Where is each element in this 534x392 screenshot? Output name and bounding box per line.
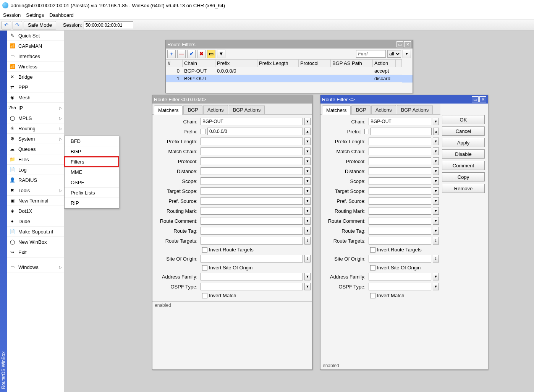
dropdown-icon[interactable]: ▼ — [304, 167, 311, 175]
minimize-icon[interactable]: ▭ — [396, 41, 403, 47]
dropdown-icon[interactable]: ▼ — [304, 147, 311, 155]
sidebar-item-dude[interactable]: ●Dude — [7, 216, 64, 227]
submenu-item-bgp[interactable]: BGP — [65, 146, 119, 157]
sidebar-item-new-winbox[interactable]: ◯New WinBox — [7, 237, 64, 247]
filter-dropdown-icon[interactable]: ▼ — [403, 50, 411, 58]
sidebar-item-quick-set[interactable]: ✎Quick Set — [7, 31, 64, 41]
pref-source-input[interactable] — [201, 197, 303, 205]
route-comment-input[interactable] — [201, 217, 303, 225]
dropdown-icon[interactable]: ▼ — [433, 138, 439, 145]
column-header[interactable]: Chain — [183, 59, 215, 67]
ok-button[interactable]: OK — [442, 115, 485, 124]
add-button[interactable]: ＋ — [167, 50, 176, 58]
dropdown-icon[interactable]: ▲ — [433, 128, 439, 135]
column-header[interactable]: # — [166, 59, 183, 67]
prefix-length-input[interactable] — [369, 138, 431, 145]
pref-source-input[interactable] — [369, 197, 431, 205]
comment-button[interactable]: ▭ — [207, 50, 215, 58]
find-input[interactable] — [356, 50, 386, 58]
disable-button[interactable]: Disable — [442, 149, 485, 159]
target-scope-input[interactable] — [201, 187, 303, 195]
sidebar-item-dot1x[interactable]: ◈Dot1X — [7, 206, 64, 216]
session-input[interactable] — [84, 21, 133, 29]
close-icon[interactable]: ✕ — [479, 96, 486, 102]
dropdown-icon[interactable]: ▼ — [433, 273, 439, 280]
dialog-right-titlebar[interactable]: Route Filter <> ▭ ✕ — [320, 95, 488, 104]
disable-button[interactable]: ✖ — [197, 50, 206, 58]
dropdown-icon[interactable]: ▼ — [433, 283, 439, 290]
dropdown-icon[interactable]: ▼ — [433, 177, 439, 185]
checkbox-invert-site-of-origin[interactable] — [202, 265, 207, 271]
sidebar-item-interfaces[interactable]: ▭Interfaces — [7, 51, 64, 62]
menu-settings[interactable]: Settings — [26, 12, 44, 18]
filter-select[interactable]: all — [387, 50, 401, 58]
column-header[interactable] — [396, 59, 402, 67]
protocol-input[interactable] — [201, 157, 303, 165]
dropdown-icon[interactable]: ▼ — [304, 187, 311, 195]
protocol-input[interactable] — [369, 157, 431, 165]
dropdown-icon[interactable]: ▼ — [304, 227, 311, 235]
submenu-item-rip[interactable]: RIP — [65, 198, 119, 208]
sidebar-item-windows[interactable]: ▭Windows▷ — [7, 262, 64, 272]
remove-button[interactable]: — — [177, 50, 186, 58]
tab-bgp-actions[interactable]: BGP Actions — [229, 105, 265, 114]
prefix-input[interactable] — [371, 128, 432, 135]
menu-dashboard[interactable]: Dashboard — [49, 12, 74, 18]
dialog-left-titlebar[interactable]: Route Filter <0.0.0.0/0> — [152, 95, 312, 104]
sidebar-item-wireless[interactable]: 📶Wireless — [7, 62, 64, 72]
distance-input[interactable] — [369, 167, 431, 175]
route-comment-input[interactable] — [369, 217, 431, 225]
sidebar-item-exit[interactable]: ↪Exit — [7, 247, 64, 258]
prefix-length-input[interactable] — [201, 138, 303, 145]
dropdown-icon[interactable]: ▼ — [304, 118, 311, 125]
checkbox-invert-site-of-origin[interactable] — [370, 265, 375, 271]
sidebar-item-radius[interactable]: 👤RADIUS — [7, 175, 64, 185]
dropdown-icon[interactable]: ▼ — [433, 217, 439, 225]
dropdown-icon[interactable]: ⇕ — [433, 255, 439, 262]
sidebar-item-log[interactable]: 📄Log — [7, 165, 64, 175]
route-targets-input[interactable] — [369, 237, 431, 245]
chain-input[interactable] — [369, 118, 431, 125]
tab-bgp[interactable]: BGP — [351, 105, 370, 114]
match-chain-input[interactable] — [369, 147, 431, 155]
sidebar-item-capsman[interactable]: 📶CAPsMAN — [7, 41, 64, 51]
sidebar-item-ip[interactable]: 255IP▷ — [7, 103, 64, 113]
apply-button[interactable]: Apply — [442, 138, 485, 147]
dropdown-icon[interactable]: ▼ — [304, 138, 311, 145]
tab-matchers[interactable]: Matchers — [154, 105, 183, 115]
tab-actions[interactable]: Actions — [203, 105, 228, 114]
comment-button[interactable]: Comment — [442, 161, 485, 170]
dropdown-icon[interactable]: ⇕ — [304, 237, 311, 245]
site-of-origin-input[interactable] — [369, 255, 431, 262]
column-header[interactable]: Prefix Length — [257, 59, 299, 67]
sidebar-item-bridge[interactable]: ✕Bridge — [7, 72, 64, 82]
column-header[interactable]: Action — [373, 59, 396, 67]
redo-button[interactable]: ↷ — [13, 21, 22, 29]
routing-mark-input[interactable] — [201, 207, 303, 215]
sidebar-item-mesh[interactable]: ◉Mesh — [7, 92, 64, 103]
dropdown-icon[interactable]: ▲ — [304, 128, 311, 135]
scope-input[interactable] — [369, 177, 431, 185]
tab-bgp-actions[interactable]: BGP Actions — [397, 105, 433, 114]
sidebar-item-queues[interactable]: ☁Queues — [7, 144, 64, 154]
chain-input[interactable] — [201, 118, 303, 125]
dropdown-icon[interactable]: ⇕ — [433, 237, 439, 245]
ospf-type-input[interactable] — [369, 283, 431, 290]
checkbox-invert-match[interactable] — [202, 293, 207, 298]
prefix-enable-checkbox[interactable] — [201, 129, 206, 134]
dropdown-icon[interactable]: ▼ — [433, 207, 439, 215]
sidebar-item-make-supout-rif[interactable]: 📄Make Supout.rif — [7, 227, 64, 237]
dropdown-icon[interactable]: ▼ — [304, 177, 311, 185]
submenu-item-filters[interactable]: Filters — [65, 157, 119, 167]
sidebar-item-files[interactable]: 📁Files — [7, 154, 64, 165]
dropdown-icon[interactable]: ▼ — [433, 157, 439, 165]
dropdown-icon[interactable]: ▼ — [433, 187, 439, 195]
sidebar-item-routing[interactable]: ✳Routing▷ — [7, 123, 64, 134]
prefix-enable-checkbox[interactable] — [364, 129, 369, 134]
submenu-item-bfd[interactable]: BFD — [65, 136, 119, 146]
sidebar-item-mpls[interactable]: ◯MPLS▷ — [7, 113, 64, 123]
checkbox-invert-match[interactable] — [370, 293, 375, 298]
submenu-item-mme[interactable]: MME — [65, 167, 119, 177]
column-header[interactable]: BGP AS Path — [331, 59, 373, 67]
menu-session[interactable]: Session — [3, 12, 21, 18]
